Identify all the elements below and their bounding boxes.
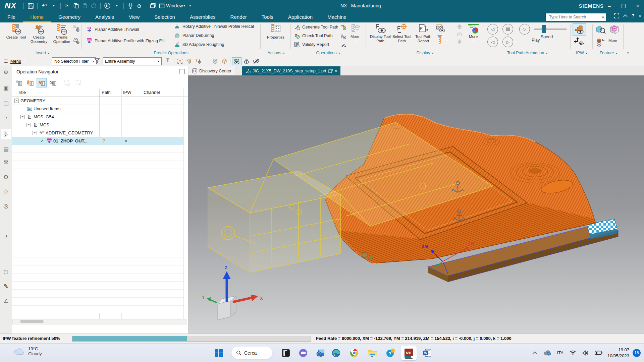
ribbon-overflow-icon[interactable]: ▾ [627, 51, 629, 55]
show-layer-icon[interactable] [242, 57, 251, 65]
tool-path-report-button[interactable]: Tool Path Report [411, 23, 435, 43]
taskbar-outlook-icon[interactable] [315, 348, 326, 358]
select-tool-path-button[interactable]: Select Tool Path [390, 23, 414, 43]
pause-button[interactable] [502, 24, 513, 35]
tab-analysis[interactable]: Analysis [88, 11, 121, 22]
taskbar-teams-icon[interactable] [298, 348, 309, 358]
properties-button[interactable]: Properties ▾ [264, 23, 288, 43]
tab-application[interactable]: Application [281, 11, 320, 22]
column-title[interactable]: Title [18, 90, 26, 95]
machine-axes-icon[interactable] [573, 37, 585, 47]
ipw-display-button[interactable] [573, 23, 586, 36]
hide-icon[interactable] [252, 57, 260, 65]
display-more-button[interactable]: More ▾ [465, 23, 482, 42]
tab-discovery-center[interactable]: Discovery Center [189, 66, 235, 75]
skip-end-dropdown-icon[interactable]: ▾ [515, 40, 516, 44]
ipw-visibility-icon[interactable] [435, 24, 446, 33]
display-tool-path-button[interactable]: Display Tool Path [368, 23, 392, 43]
tree-row-mcs-g54[interactable]: − z MCS_G54 [12, 113, 183, 121]
taskbar-word-icon[interactable]: W [422, 348, 433, 358]
operations-more-button[interactable]: More ▾ [346, 23, 364, 42]
copy-icon[interactable] [72, 1, 80, 10]
play-forward-button[interactable]: ▷ [519, 24, 530, 35]
feature-more-button[interactable]: More ▾ [608, 39, 621, 43]
onedrive-icon[interactable] [543, 350, 551, 356]
list-tool-path-icon[interactable] [340, 24, 346, 31]
expander-icon[interactable]: − [33, 131, 37, 135]
movie-dropdown-icon[interactable]: ▾ [112, 1, 121, 10]
tab-tools[interactable]: Tools [254, 11, 281, 22]
group-label-predict-operations[interactable]: Predict Operations [83, 51, 259, 55]
wireframe-cube-icon[interactable] [220, 57, 229, 65]
volume-icon[interactable] [582, 350, 589, 356]
taskbar-app-dark-icon[interactable] [280, 348, 291, 358]
notification-badge[interactable]: 16 [633, 349, 641, 357]
tree-row-additive-geometry[interactable]: − ADDITIVE_GEOMETRY [12, 129, 183, 137]
create-pattern-icon[interactable] [73, 25, 80, 32]
window-menu[interactable]: Window ▾ [166, 1, 185, 10]
rail-process-table-icon[interactable]: ▤ [1, 144, 11, 154]
taskbar-nx-icon-active[interactable]: NX [401, 346, 417, 360]
play-backward-button[interactable]: ◁ [487, 24, 498, 35]
microphone-icon[interactable] [126, 1, 135, 10]
feature-boss-icon[interactable] [608, 24, 621, 35]
taskbar-chrome-icon[interactable] [349, 348, 360, 358]
skip-to-end-button[interactable]: ▷ [502, 37, 513, 47]
expander-icon[interactable]: − [26, 123, 31, 127]
start-button[interactable] [213, 348, 224, 358]
group-label-feature[interactable]: Feature ▾ [594, 51, 623, 55]
tab-home[interactable]: Home [23, 11, 51, 22]
geometry-view-button[interactable] [37, 78, 47, 87]
machining-method-view-button[interactable] [48, 78, 58, 87]
tab-geometry[interactable]: Geometry [51, 11, 88, 22]
taskbar-edge-icon[interactable] [331, 348, 341, 358]
rail-settings-icon[interactable]: ⚙ [1, 68, 11, 77]
rail-part-navigator-icon[interactable]: ◔ [1, 113, 11, 123]
validity-report-item[interactable]: Validity Report [293, 41, 329, 48]
column-path[interactable]: Path [102, 90, 111, 95]
tree-row-unused-items[interactable]: Unused Items [12, 105, 183, 113]
wifi-icon[interactable] [570, 350, 576, 355]
tab-view[interactable]: View [121, 11, 147, 22]
ipw-dropdown-icon[interactable]: ▾ [587, 40, 589, 44]
machine-tool-view-button[interactable] [25, 78, 35, 87]
tab-machine[interactable]: Machine [320, 11, 354, 22]
command-search-box[interactable] [545, 13, 606, 21]
snap-midpoint-icon[interactable] [185, 57, 193, 65]
column-channel[interactable]: Channel [144, 90, 160, 95]
help-icon[interactable]: ? [632, 13, 635, 18]
planar-deburring-item[interactable]: Planar Deburring [174, 32, 214, 39]
tab-close-icon[interactable]: × [335, 68, 337, 73]
group-label-ipw[interactable]: IPW ▾ [572, 51, 592, 55]
cascade-windows-icon[interactable] [149, 1, 157, 10]
generate-tool-path-item[interactable]: Generate Tool Path [293, 24, 338, 31]
rail-reuse-library-icon[interactable]: ◇ [1, 186, 11, 196]
program-order-view-button[interactable] [14, 78, 24, 87]
speed-slider-track[interactable] [534, 28, 567, 30]
rotary-additive-item[interactable]: Rotary Additive Thinwall Profile Helical [174, 23, 254, 30]
rail-integrated-sim-icon[interactable]: ⚙ [1, 172, 11, 182]
weather-widget[interactable]: 13°C Cloudy [13, 346, 42, 356]
create-tool-button[interactable]: Create Tool [4, 23, 28, 40]
tree-row-geometry[interactable]: − GEOMETRY [12, 97, 183, 105]
close-button[interactable]: × [633, 1, 642, 10]
movie-record-icon[interactable] [103, 1, 112, 10]
selection-scope-combo[interactable]: Entire Assembly ▾ [103, 57, 162, 65]
selection-filter-combo[interactable]: No Selection Filter ▾ [52, 57, 96, 65]
gouge-check-icon[interactable] [340, 33, 346, 40]
tray-overflow-icon[interactable] [532, 351, 537, 354]
expander-icon[interactable]: − [14, 99, 19, 103]
group-label-actions[interactable]: Actions ▾ [262, 51, 290, 55]
rail-machine-navigator-icon[interactable]: ⚒ [1, 158, 11, 167]
snap-enable-icon[interactable] [176, 57, 184, 65]
search-input[interactable] [548, 14, 602, 20]
tab-selection[interactable]: Selection [147, 11, 182, 22]
group-label-operations[interactable]: Operations ▾ [292, 51, 364, 55]
find-features-icon[interactable] [594, 24, 606, 35]
teach-feature-icon[interactable] [594, 37, 606, 47]
maximize-button[interactable]: ▢ [619, 1, 628, 10]
tab-assemblies[interactable]: Assemblies [182, 11, 223, 22]
panel-float-icon[interactable] [179, 69, 184, 74]
create-feature-group-icon[interactable] [73, 37, 80, 44]
snap-point-tool-icon[interactable]: ▾ [164, 57, 174, 65]
